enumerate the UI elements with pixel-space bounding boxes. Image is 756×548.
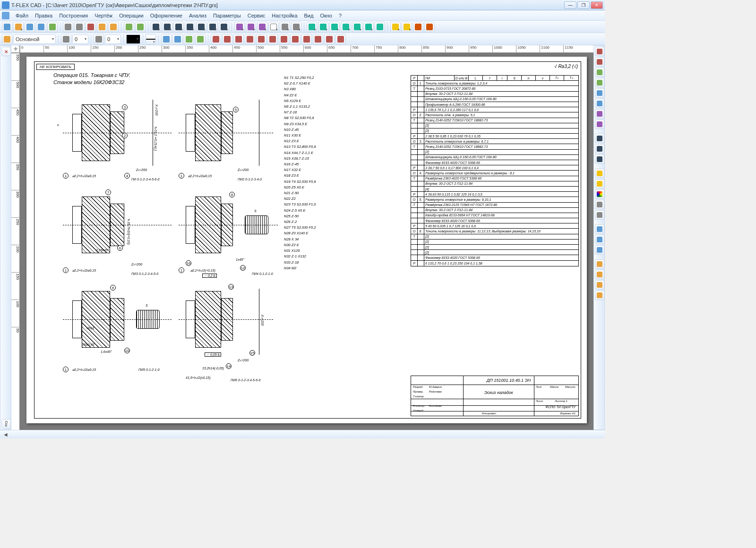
node-button[interactable] [246,22,256,32]
snap1-icon[interactable] [595,68,604,77]
b4[interactable] [195,34,206,44]
mode1-icon[interactable] [595,224,604,234]
level-combo[interactable]: 0 [72,34,88,44]
mode3-icon[interactable] [595,245,604,255]
s1[interactable] [211,34,221,44]
menu-операции[interactable]: Операции [116,12,146,19]
layer-icon[interactable] [2,34,12,44]
leader-button[interactable] [352,22,362,32]
copy-button[interactable] [97,22,107,32]
show2-icon[interactable] [595,179,604,188]
minimize-button[interactable]: — [564,1,576,9]
menu-вид[interactable]: Вид [301,12,317,19]
db-button[interactable] [413,22,423,32]
s9[interactable] [301,34,312,44]
s6[interactable] [267,34,278,44]
new-doc-button[interactable] [2,22,12,32]
zoom-in-icon[interactable] [595,144,604,154]
s3[interactable] [233,34,244,44]
cut-button[interactable] [86,22,96,32]
prio-icon[interactable] [94,34,104,44]
menu-анализ[interactable]: Анализ [186,12,210,19]
print-button[interactable] [63,22,73,32]
circle-button[interactable] [162,22,172,32]
app-menu-icon[interactable] [2,12,9,19]
text-button[interactable] [268,22,279,32]
fragment-button[interactable] [390,22,401,32]
zoom-fit-icon[interactable] [595,134,604,143]
b2[interactable] [172,34,183,44]
func-button[interactable] [207,22,218,32]
preview-button[interactable] [74,22,85,32]
hatch2-button[interactable] [280,22,290,32]
snap4-icon[interactable] [595,99,604,108]
color-combo[interactable] [126,34,140,44]
save-all-button[interactable] [36,22,46,32]
arc-button[interactable] [173,22,184,32]
box1-icon[interactable] [595,259,604,269]
sketch-button[interactable] [234,22,245,32]
level-icon[interactable] [61,34,71,44]
tolerance-button[interactable] [341,22,351,32]
show1-icon[interactable] [595,169,604,178]
snap5-icon[interactable] [595,109,604,119]
menu-чертёж[interactable]: Чертёж [91,12,116,19]
menu-окно[interactable]: Окно [317,12,335,19]
save-button[interactable] [25,22,35,32]
box2-icon[interactable] [595,270,604,279]
rough-button[interactable] [329,22,340,32]
menu-правка[interactable]: Правка [32,12,56,19]
var-button[interactable] [424,22,435,32]
menu-?[interactable]: ? [335,12,345,19]
maximize-button[interactable]: ❐ [577,1,590,9]
section-button[interactable] [375,22,385,32]
s2[interactable] [222,34,232,44]
s11[interactable] [324,34,335,44]
s4[interactable] [245,34,255,44]
open-button[interactable] [13,22,24,32]
balloon-button[interactable] [363,22,374,32]
magnet-on-icon[interactable] [595,47,604,56]
mode2-icon[interactable] [595,235,604,244]
close-left[interactable]: ✕ [1,47,11,56]
library-button[interactable] [47,22,58,32]
b3[interactable] [184,34,194,44]
show4-icon[interactable] [595,200,604,209]
offset-button[interactable] [196,22,206,32]
s8[interactable] [290,34,301,44]
zoom-window-icon[interactable] [595,154,604,164]
menu-параметры[interactable]: Параметры [210,12,244,19]
undo-button[interactable] [124,22,134,32]
menu-сервис[interactable]: Сервис [244,12,269,19]
prio-combo[interactable]: 0 [105,34,121,44]
b1[interactable] [161,34,172,44]
image-button[interactable] [402,22,412,32]
menu-оформление[interactable]: Оформление [147,12,186,19]
ruler-origin[interactable]: ✛ [11,45,20,53]
spline-button[interactable] [185,22,195,32]
snap2-icon[interactable] [595,78,604,87]
menu-построения[interactable]: Построения [56,12,91,19]
hatch-button[interactable] [257,22,267,32]
s10[interactable] [313,34,323,44]
snap3-icon[interactable] [595,88,604,98]
dim-linear-button[interactable] [307,22,317,32]
s5[interactable] [256,34,266,44]
drawing-canvas[interactable]: ✛ 05010015020025030035040045050055060065… [11,45,593,430]
snap6-icon[interactable] [595,120,604,129]
box3-icon[interactable] [595,280,604,290]
redo-button[interactable] [135,22,146,32]
magnet-off-icon[interactable] [595,57,604,67]
axis-button[interactable] [291,22,301,32]
s12[interactable] [335,34,346,44]
line-button[interactable] [151,22,161,32]
coords-panel[interactable]: Сох [1,419,11,428]
layer-combo[interactable]: Основной [13,34,56,44]
path-button[interactable] [219,22,229,32]
box4-icon[interactable] [595,291,604,300]
s7[interactable] [279,34,289,44]
menu-настройка[interactable]: Настройка [268,12,301,19]
linetype-combo[interactable] [146,34,156,44]
paste-button[interactable] [108,22,119,32]
menu-файл[interactable]: Файл [12,12,32,19]
